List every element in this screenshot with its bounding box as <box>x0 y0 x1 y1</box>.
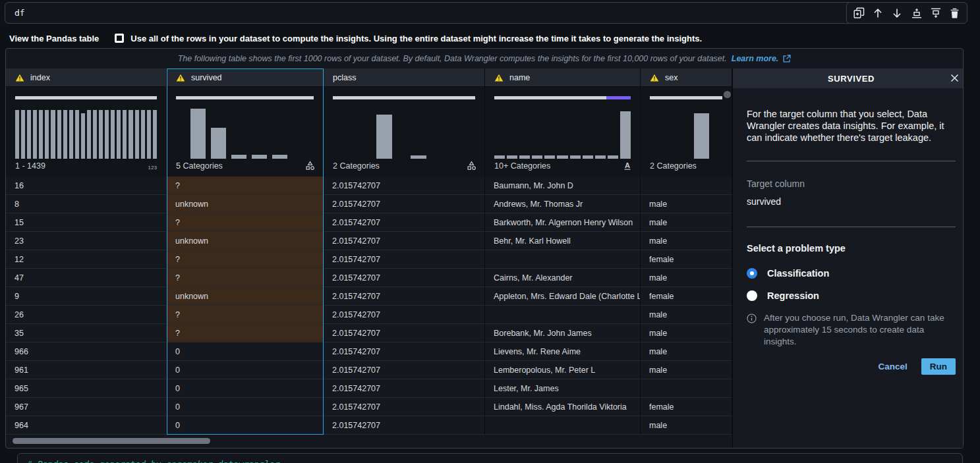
histogram-bar <box>129 110 132 159</box>
histogram-bar <box>87 110 91 159</box>
table-cell-index: 12 <box>6 250 167 269</box>
column-summary-pclass[interactable]: 2 Categories <box>324 87 485 177</box>
vertical-scrollbar-thumb[interactable] <box>724 91 731 98</box>
table-cell-name <box>485 250 641 269</box>
table-cell-sex <box>641 177 732 195</box>
histogram-bar <box>123 110 127 159</box>
histogram <box>176 107 314 159</box>
table-cell-sex: female <box>641 250 732 269</box>
table-cell-name: Lemberopolous, Mr. Peter L <box>485 361 641 379</box>
table-cell-index: 8 <box>6 195 167 213</box>
completeness-segment <box>650 96 722 99</box>
warning-icon <box>15 74 24 82</box>
radio-classification[interactable]: Classification <box>747 268 956 279</box>
radio-regression[interactable]: Regression <box>747 290 956 301</box>
column-summary-name[interactable]: 10+ CategoriesA <box>485 87 641 177</box>
use-all-rows-checkbox[interactable] <box>115 34 124 43</box>
table-cell-pclass: 2.015742707 <box>324 379 485 398</box>
histogram-bar <box>608 155 618 159</box>
run-button[interactable]: Run <box>921 358 956 375</box>
table-cell-pclass: 2.015742707 <box>324 324 485 342</box>
histogram-bar <box>51 110 55 159</box>
histogram-bar <box>583 155 593 159</box>
target-column-panel: SURVIVED For the target column that you … <box>732 68 964 448</box>
numeric-icon[interactable]: 123 <box>147 164 158 171</box>
histogram-bar <box>532 155 542 159</box>
column-summary-survived[interactable]: 5 Categories <box>167 87 324 177</box>
column-summary-label: 10+ Categories <box>494 161 550 171</box>
table-cell-survived: ? <box>167 306 324 324</box>
completeness-bar <box>333 96 475 99</box>
table-cell-sex: male <box>641 342 732 361</box>
column-header-sex[interactable]: sex <box>641 68 732 87</box>
shapes-icon[interactable] <box>467 161 476 171</box>
table-cell-pclass: 2.015742707 <box>324 342 485 361</box>
table-cell-survived: unknown <box>167 195 324 213</box>
duplicate-cell-button[interactable] <box>851 6 866 20</box>
move-cell-down-button[interactable] <box>890 6 904 20</box>
table-cell-survived: ? <box>167 324 324 342</box>
close-icon[interactable] <box>950 74 959 82</box>
table-cell-name: Cairns, Mr. Alexander <box>485 269 641 287</box>
table-cell-sex: female <box>641 287 732 306</box>
table-info-banner: The following table shows the first 1000… <box>6 49 963 68</box>
learn-more-link[interactable]: Learn more. <box>732 54 779 63</box>
insert-cell-above-button[interactable] <box>909 6 924 20</box>
table-cell-pclass: 2.015742707 <box>324 361 485 379</box>
histogram-bar <box>694 113 709 159</box>
table-cell-sex: male <box>641 269 732 287</box>
histogram-bar <box>557 155 567 159</box>
info-icon <box>747 313 757 348</box>
histogram-bar <box>153 110 157 159</box>
text-icon[interactable]: A <box>623 161 632 171</box>
table-cell-index: 9 <box>6 287 167 306</box>
table-cell-survived: 0 <box>167 416 324 435</box>
svg-text:123: 123 <box>148 165 157 171</box>
radio-regression-label: Regression <box>767 290 819 301</box>
column-pclass: pclass2 Categories2.0157427072.015742707… <box>324 68 485 435</box>
histogram-bar <box>15 110 19 159</box>
insert-cell-below-button[interactable] <box>929 6 943 20</box>
column-header-name[interactable]: name <box>485 68 641 87</box>
column-summary-index[interactable]: 1 - 1439123 <box>6 87 167 177</box>
histogram-bar <box>99 110 103 159</box>
use-all-rows-label: Use all of the rows in your dataset to c… <box>130 34 702 43</box>
table-cell-index: 961 <box>6 361 167 379</box>
cancel-button[interactable]: Cancel <box>878 362 907 371</box>
table-cell-survived: 0 <box>167 361 324 379</box>
external-link-icon[interactable] <box>783 55 791 63</box>
next-code-cell[interactable]: # Pandas code generated by sagemaker dat… <box>17 453 963 463</box>
histogram-bar <box>570 155 581 159</box>
column-name-label: index <box>30 73 50 82</box>
column-survived: survived5 Categories?unknown?unknown??un… <box>167 68 324 435</box>
horizontal-scrollbar[interactable] <box>13 438 210 444</box>
table-cell-survived: ? <box>167 250 324 269</box>
delete-cell-button[interactable] <box>948 6 962 20</box>
table-cell-index: 964 <box>6 416 167 435</box>
histogram <box>650 107 722 159</box>
column-header-survived[interactable]: survived <box>167 68 324 87</box>
notebook-cell[interactable]: df <box>5 2 966 24</box>
cell-input-text[interactable]: df <box>14 8 25 18</box>
column-summary-label: 5 Categories <box>176 161 223 171</box>
radio-unselected-icon[interactable] <box>747 290 757 301</box>
divider <box>747 227 956 227</box>
panel-title: SURVIVED <box>828 74 875 84</box>
cell-action-toolbar <box>846 2 967 24</box>
radio-selected-icon[interactable] <box>747 268 757 279</box>
panel-description: For the target column that you select, D… <box>747 108 954 144</box>
column-header-index[interactable]: index <box>6 68 167 87</box>
table-cell-pclass: 2.015742707 <box>324 195 485 213</box>
histogram-bar <box>63 110 67 159</box>
column-summary-sex[interactable]: 2 Categories <box>641 87 732 177</box>
move-cell-up-button[interactable] <box>871 6 885 20</box>
histogram-bar <box>376 115 392 159</box>
column-header-pclass[interactable]: pclass <box>324 68 485 87</box>
code-comment[interactable]: # Pandas code generated by sagemaker dat… <box>27 459 280 463</box>
table-cell-index: 47 <box>6 269 167 287</box>
histogram-bar <box>272 155 287 159</box>
histogram-bar <box>111 110 115 159</box>
warning-icon <box>176 74 185 82</box>
shapes-icon[interactable] <box>305 161 315 171</box>
table-cell-sex: male <box>641 195 732 213</box>
